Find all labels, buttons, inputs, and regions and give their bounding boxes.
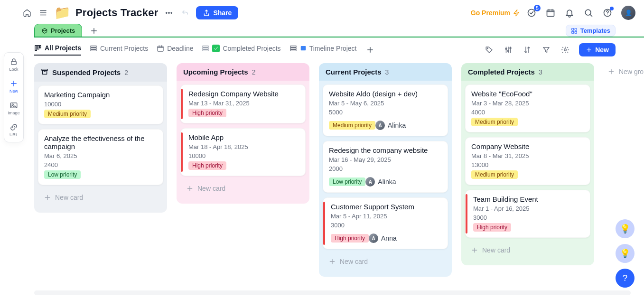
- page-title: Projects Tracker: [75, 7, 158, 19]
- user-avatar[interactable]: 👤: [621, 6, 635, 20]
- rail-lock-label: Lock: [9, 67, 18, 72]
- card-meta: Mar 5 - Apr 11, 2025: [331, 213, 442, 220]
- folder-icon: 📁: [54, 6, 71, 19]
- svg-rect-15: [91, 46, 96, 47]
- help-bubble[interactable]: ?: [616, 269, 635, 288]
- card-meta: Mar 18 - Apr 18, 2025: [188, 143, 299, 150]
- priority-stripe: [181, 89, 183, 119]
- card-title: Customer Support System: [331, 203, 442, 211]
- board-column: Suspended Projects2Marketing Campaign100…: [34, 63, 167, 213]
- sort-arrows-icon[interactable]: [522, 45, 532, 55]
- view-current-projects[interactable]: Current Projects: [90, 45, 148, 55]
- card-title: Website Aldo (design + dev): [329, 90, 442, 98]
- card-meta: Mar 8 - Mar 31, 2025: [471, 152, 584, 159]
- view-all-projects[interactable]: All Projects: [34, 44, 81, 56]
- add-view-button[interactable]: [365, 45, 375, 55]
- check-circle-icon[interactable]: 5: [526, 8, 537, 18]
- gear-icon[interactable]: [560, 45, 570, 55]
- card[interactable]: Customer Support SystemMar 5 - Apr 11, 2…: [323, 197, 448, 249]
- card[interactable]: Marketing Campaign10000Medium priority: [38, 85, 163, 124]
- svg-rect-11: [575, 31, 577, 33]
- svg-rect-18: [158, 46, 163, 51]
- column-header[interactable]: Upcoming Projects2: [177, 63, 309, 81]
- svg-rect-24: [290, 50, 296, 51]
- menu-icon[interactable]: [38, 8, 48, 18]
- priority-stripe: [466, 194, 467, 234]
- card[interactable]: Analyze the effectiveness of the campaig…: [38, 129, 163, 185]
- card[interactable]: Website "EcoFood"Mar 3 - Mar 28, 2025400…: [465, 84, 590, 132]
- new-card-button[interactable]: New card: [180, 181, 306, 196]
- horizontal-scrollbar[interactable]: [34, 290, 631, 295]
- column-header[interactable]: Current Projects3: [319, 63, 452, 81]
- new-card-label: New card: [482, 246, 510, 254]
- view-deadline-label: Deadline: [167, 45, 193, 52]
- svg-rect-9: [575, 28, 577, 30]
- card-meta: 4000: [471, 109, 584, 116]
- new-button[interactable]: New: [579, 43, 616, 56]
- priority-badge: High priority: [473, 223, 511, 232]
- card-title: Mobile App: [188, 133, 299, 141]
- svg-rect-13: [37, 46, 39, 49]
- card[interactable]: Website Aldo (design + dev)Mar 5 - May 6…: [323, 84, 448, 136]
- settings-lines-icon[interactable]: [503, 45, 513, 55]
- card[interactable]: Redesign the company websiteMar 16 - May…: [323, 141, 448, 193]
- calendar-icon[interactable]: [545, 8, 556, 18]
- card[interactable]: Company WebsiteMar 8 - Mar 31, 202513000…: [465, 137, 590, 185]
- undo-icon[interactable]: [180, 8, 190, 18]
- card-meta: Mar 16 - May 29, 2025: [329, 156, 442, 163]
- rail-url-label: URL: [9, 132, 18, 137]
- column-title: Completed Projects: [468, 68, 535, 76]
- share-button[interactable]: Share: [196, 6, 238, 19]
- column-title: Current Projects: [326, 68, 382, 76]
- view-completed-projects[interactable]: Completed Projects: [202, 45, 280, 55]
- go-premium-label: Go Premium: [471, 9, 510, 17]
- card[interactable]: Team Building EventMar 1 - Apr 16, 20253…: [465, 190, 590, 238]
- new-card-button[interactable]: New card: [38, 190, 163, 205]
- svg-rect-20: [203, 48, 208, 49]
- assignee-name: Anna: [381, 234, 397, 242]
- tag-icon[interactable]: [484, 45, 495, 55]
- column-header[interactable]: Completed Projects3: [461, 63, 594, 81]
- card[interactable]: Mobile AppMar 18 - Apr 18, 202510000High…: [180, 128, 306, 176]
- add-tab-button[interactable]: [89, 26, 99, 36]
- view-deadline[interactable]: Deadline: [157, 45, 193, 55]
- priority-badge: Medium priority: [329, 121, 375, 130]
- hint-bubble-1[interactable]: 💡: [616, 219, 635, 238]
- hint-bubble-2[interactable]: 💡: [616, 244, 635, 263]
- rail-new[interactable]: New: [9, 79, 18, 93]
- svg-rect-12: [35, 46, 37, 51]
- svg-rect-21: [203, 50, 208, 51]
- card[interactable]: Redesign Company WebsiteMar 13 - Mar 31,…: [180, 84, 306, 123]
- rail-image[interactable]: Image: [8, 101, 19, 115]
- new-group-button[interactable]: New grou: [604, 63, 644, 80]
- board-column: Upcoming Projects2Redesign Company Websi…: [177, 63, 309, 204]
- new-card-button[interactable]: New card: [465, 243, 590, 258]
- card-title: Marketing Campaign: [44, 91, 157, 99]
- rail-lock[interactable]: Lock: [9, 57, 18, 72]
- templates-button[interactable]: Templates: [566, 25, 616, 37]
- more-icon[interactable]: [164, 8, 174, 18]
- filter-icon[interactable]: [541, 45, 551, 55]
- new-label: New: [595, 46, 609, 54]
- svg-point-5: [585, 9, 591, 15]
- card-meta: Mar 13 - Mar 31, 2025: [188, 100, 299, 107]
- tab-projects[interactable]: Projects: [34, 24, 82, 37]
- priority-badge: Medium priority: [471, 170, 518, 179]
- card-meta: Mar 6, 2025: [44, 152, 157, 159]
- rail-url[interactable]: URL: [9, 123, 18, 137]
- new-card-button[interactable]: New card: [323, 254, 448, 269]
- help-icon[interactable]: [602, 8, 613, 18]
- view-timeline-project[interactable]: Timeline Project: [289, 45, 357, 56]
- svg-rect-4: [547, 10, 554, 16]
- priority-stripe: [181, 132, 183, 172]
- column-title: Suspended Projects: [52, 68, 121, 76]
- svg-rect-14: [39, 46, 41, 48]
- card-title: Redesign Company Website: [188, 90, 299, 98]
- bell-icon[interactable]: [564, 8, 575, 18]
- search-icon[interactable]: [583, 8, 594, 18]
- card-meta: 5000: [329, 109, 442, 116]
- column-header[interactable]: Suspended Projects2: [34, 63, 167, 82]
- priority-badge: Low priority: [329, 178, 365, 186]
- home-icon[interactable]: [22, 8, 32, 18]
- go-premium-link[interactable]: Go Premium: [471, 9, 521, 17]
